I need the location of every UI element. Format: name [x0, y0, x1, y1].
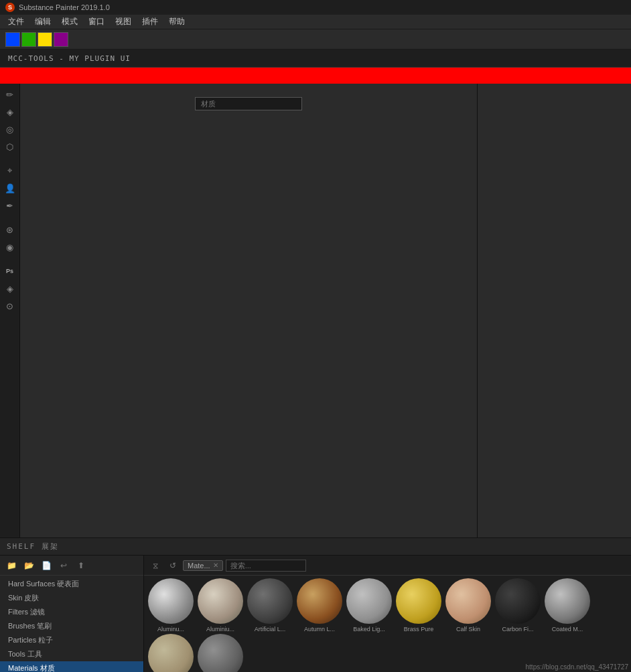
color-toolbar: [0, 29, 631, 50]
tool-select[interactable]: ⬡: [2, 139, 18, 155]
material-item-aluminium1[interactable]: Aluminu...: [147, 578, 195, 633]
material-item-brass[interactable]: Brass Pure: [395, 578, 443, 633]
shelf-content: ⧖ ↺ Mate... ✕ Aluminu...Aluminiu...Artif…: [144, 556, 631, 672]
main-area: ✏ ◈ ◎ ⬡ ⌖ 👤 ✒ ⊛ ◉ Ps ◈ ⊙: [0, 84, 631, 539]
material-item-aluminium2[interactable]: Aluminiu...: [196, 578, 244, 633]
menu-bar: 文件 编辑 模式 窗口 视图 插件 帮助: [0, 15, 631, 29]
shelf-nav-tools[interactable]: Tools 工具: [0, 647, 143, 661]
tool-ps[interactable]: Ps: [2, 263, 18, 279]
toolbar-sep3: [2, 256, 18, 262]
materials-grid: Aluminu...Aluminiu...Artificial L...Autu…: [144, 576, 631, 672]
material-ball-brass: [396, 578, 441, 624]
tool-layer2[interactable]: ◉: [2, 239, 18, 255]
right-panel: [477, 84, 631, 539]
tool-ref1[interactable]: ◈: [2, 280, 18, 297]
filter-tag-close[interactable]: ✕: [213, 562, 218, 569]
material-ball-aluminium2: [198, 578, 243, 624]
shelf-search-input[interactable]: [226, 560, 306, 572]
material-label-coated: Coated M...: [543, 626, 591, 633]
toolbar-sep1: [2, 156, 18, 161]
material-ball-calfskin: [445, 578, 491, 624]
shelf-nav-brushes[interactable]: Brushes 笔刷: [0, 619, 143, 633]
color-swatch-purple[interactable]: [54, 32, 68, 47]
color-swatch-blue[interactable]: [5, 32, 20, 47]
material-label-aluminium1: Aluminu...: [147, 626, 195, 633]
tool-fill[interactable]: ◎: [2, 121, 18, 137]
material-ball-aluminium1: [148, 578, 194, 624]
material-search-input[interactable]: [195, 97, 302, 110]
filter-icon[interactable]: ⧖: [148, 558, 163, 573]
material-ball-concrete: [198, 634, 243, 672]
menu-view[interactable]: 视图: [110, 15, 137, 29]
material-item-carbonfi[interactable]: Carbon Fi...: [494, 578, 542, 633]
material-ball-autumn: [297, 578, 342, 624]
filter-tag-label: Mate...: [188, 562, 210, 570]
material-label-baked: Baked Lig...: [345, 626, 393, 633]
shelf: SHELF 展架 📁 📂 📄 ↩ ⬆ Hard Surfaces 硬表面 Ski…: [0, 537, 631, 672]
material-label-artificial: Artificial L...: [246, 626, 294, 633]
menu-file[interactable]: 文件: [3, 15, 29, 29]
tool-clone[interactable]: ✒: [2, 197, 18, 214]
shelf-sidebar: 📁 📂 📄 ↩ ⬆ Hard Surfaces 硬表面 Skin 皮肤 Filt…: [0, 556, 144, 672]
material-ball-cobalt: [148, 634, 194, 672]
menu-edit[interactable]: 编辑: [29, 15, 56, 29]
red-bar: [0, 68, 631, 84]
material-item-calfskin[interactable]: Calf Skin: [444, 578, 492, 633]
tool-smudge[interactable]: 👤: [2, 180, 18, 196]
toolbar-sep2: [2, 215, 18, 220]
menu-window[interactable]: 窗口: [83, 15, 110, 29]
shelf-nav: Hard Surfaces 硬表面 Skin 皮肤 Filters 滤镜 Bru…: [0, 576, 143, 672]
viewport: [20, 84, 477, 539]
material-ball-baked: [346, 578, 392, 624]
shelf-import-icon[interactable]: ⬆: [74, 558, 88, 573]
shelf-body: 📁 📂 📄 ↩ ⬆ Hard Surfaces 硬表面 Skin 皮肤 Filt…: [0, 556, 631, 672]
material-label-aluminium2: Aluminiu...: [196, 626, 244, 633]
tool-brush[interactable]: ⌖: [2, 163, 18, 179]
shelf-title: SHELF 展架: [7, 541, 59, 552]
material-label-calfskin: Calf Skin: [444, 626, 492, 633]
refresh-icon[interactable]: ↺: [165, 558, 180, 573]
plugin-title: MCC-TOOLS - MY PLUGIN UI: [8, 54, 131, 63]
app-icon: S: [5, 3, 15, 12]
tool-paint[interactable]: ✏: [2, 86, 18, 102]
material-item-coated[interactable]: Coated M...: [543, 578, 591, 633]
left-toolbar: ✏ ◈ ◎ ⬡ ⌖ 👤 ✒ ⊛ ◉ Ps ◈ ⊙: [0, 84, 20, 539]
shelf-nav-skin[interactable]: Skin 皮肤: [0, 591, 143, 605]
material-label-brass: Brass Pure: [395, 626, 443, 633]
shelf-file-icon[interactable]: 📄: [39, 558, 54, 573]
material-ball-coated: [545, 578, 590, 624]
shelf-content-toolbar: ⧖ ↺ Mate... ✕: [144, 556, 631, 576]
shelf-toolbar: 📁 📂 📄 ↩ ⬆: [0, 556, 143, 576]
material-ball-carbonfi: [495, 578, 541, 624]
tool-eraser[interactable]: ◈: [2, 104, 18, 120]
plugin-panel: MCC-TOOLS - MY PLUGIN UI: [0, 50, 631, 68]
shelf-add-folder-icon[interactable]: 📂: [21, 558, 36, 573]
shelf-folder-icon[interactable]: 📁: [4, 558, 19, 573]
material-label-carbonfi: Carbon Fi...: [494, 626, 542, 633]
tool-layer1[interactable]: ⊛: [2, 222, 18, 238]
material-item-concrete[interactable]: Concre...: [196, 634, 244, 672]
app-title: Substance Painter 2019.1.0: [19, 3, 110, 11]
material-item-artificial[interactable]: Artificial L...: [246, 578, 294, 633]
menu-plugin[interactable]: 插件: [137, 15, 163, 29]
shelf-header: SHELF 展架: [0, 538, 631, 556]
shelf-nav-hard-surfaces[interactable]: Hard Surfaces 硬表面: [0, 577, 143, 591]
shelf-nav-materials[interactable]: Materials 材质: [0, 661, 143, 672]
color-swatch-green[interactable]: [21, 32, 36, 47]
material-item-cobalt[interactable]: Cobalt Pure: [147, 634, 195, 672]
menu-mode[interactable]: 模式: [56, 15, 83, 29]
tool-ref2[interactable]: ⊙: [2, 298, 18, 314]
material-item-baked[interactable]: Baked Lig...: [345, 578, 393, 633]
material-label-autumn: Autumn L...: [295, 626, 344, 633]
shelf-nav-filters[interactable]: Filters 滤镜: [0, 605, 143, 619]
shelf-nav-particles[interactable]: Particles 粒子: [0, 633, 143, 647]
title-bar: S Substance Painter 2019.1.0: [0, 0, 631, 15]
filter-tag[interactable]: Mate... ✕: [183, 560, 223, 571]
material-item-autumn[interactable]: Autumn L...: [295, 578, 344, 633]
material-ball-artificial: [247, 578, 293, 624]
color-swatch-yellow[interactable]: [38, 32, 52, 47]
shelf-undo-icon[interactable]: ↩: [56, 558, 71, 573]
menu-help[interactable]: 帮助: [163, 15, 190, 29]
